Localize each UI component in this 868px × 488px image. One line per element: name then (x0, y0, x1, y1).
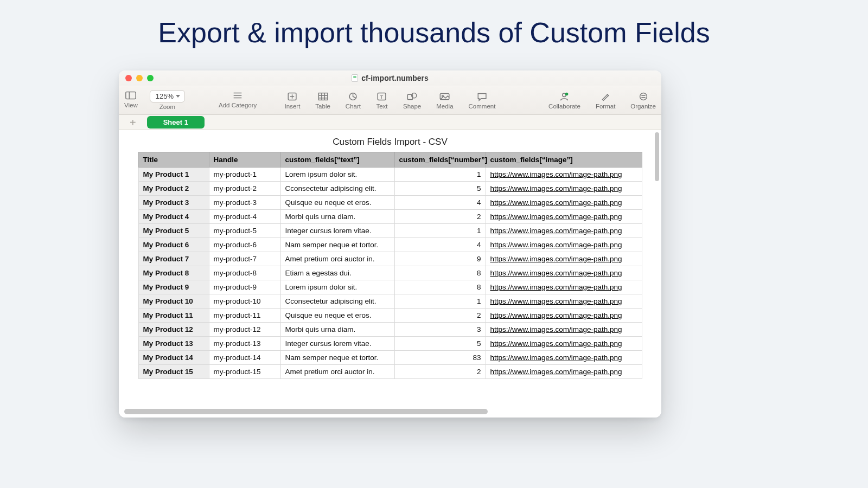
add-sheet-button[interactable]: + (125, 117, 141, 128)
cell-text[interactable]: Morbi quis urna diam. (280, 323, 394, 337)
cell-text[interactable]: Quisque eu neque et eros. (280, 196, 394, 210)
cell-handle[interactable]: my-product-5 (209, 224, 280, 238)
cell-title[interactable]: My Product 10 (138, 294, 209, 309)
cell-handle[interactable]: my-product-9 (209, 280, 280, 294)
image-link[interactable]: https://www.images.com/image-path.png (490, 325, 622, 333)
organize-button[interactable]: Organize (630, 91, 656, 110)
table-row[interactable]: My Product 11my-product-11Quisque eu neq… (138, 309, 642, 323)
cell-title[interactable]: My Product 2 (138, 182, 209, 196)
cell-title[interactable]: My Product 8 (138, 266, 209, 280)
data-table[interactable]: Title Handle custom_fields[“text”] custo… (138, 152, 642, 379)
add-category-button[interactable]: Add Category (219, 90, 257, 108)
cell-number[interactable]: 83 (394, 351, 486, 365)
cell-number[interactable]: 8 (394, 266, 486, 280)
col-header-number[interactable]: custom_fields[“number”] (394, 152, 486, 168)
table-row[interactable]: My Product 7my-product-7Amet pretium orc… (138, 252, 642, 266)
table-row[interactable]: My Product 6my-product-6Nam semper neque… (138, 238, 642, 252)
cell-number[interactable]: 9 (394, 252, 486, 266)
cell-image-link[interactable]: https://www.images.com/image-path.png (486, 224, 642, 238)
table-row[interactable]: My Product 8my-product-8Etiam a egestas … (138, 266, 642, 280)
horizontal-scrollbar[interactable] (124, 409, 653, 414)
image-link[interactable]: https://www.images.com/image-path.png (490, 255, 622, 263)
image-link[interactable]: https://www.images.com/image-path.png (490, 339, 622, 348)
table-row[interactable]: My Product 15my-product-15Amet pretium o… (138, 365, 642, 379)
shape-button[interactable]: Shape (403, 91, 421, 110)
cell-image-link[interactable]: https://www.images.com/image-path.png (486, 365, 642, 379)
cell-text[interactable]: Integer cursus lorem vitae. (280, 337, 394, 351)
vertical-scroll-thumb[interactable] (655, 132, 659, 181)
cell-title[interactable]: My Product 15 (138, 365, 209, 379)
cell-number[interactable]: 2 (394, 365, 486, 379)
cell-number[interactable]: 1 (394, 168, 486, 182)
cell-image-link[interactable]: https://www.images.com/image-path.png (486, 351, 642, 365)
cell-text[interactable]: Nam semper neque et tortor. (280, 238, 394, 252)
cell-handle[interactable]: my-product-7 (209, 252, 280, 266)
cell-handle[interactable]: my-product-4 (209, 210, 280, 224)
image-link[interactable]: https://www.images.com/image-path.png (490, 283, 622, 291)
table-row[interactable]: My Product 5my-product-5Integer cursus l… (138, 224, 642, 238)
cell-number[interactable]: 4 (394, 238, 486, 252)
table-row[interactable]: My Product 2my-product-2Cconsectetur adi… (138, 182, 642, 196)
cell-image-link[interactable]: https://www.images.com/image-path.png (486, 238, 642, 252)
cell-title[interactable]: My Product 14 (138, 351, 209, 365)
table-row[interactable]: My Product 10my-product-10Cconsectetur a… (138, 294, 642, 309)
cell-handle[interactable]: my-product-14 (209, 351, 280, 365)
cell-text[interactable]: Amet pretium orci auctor in. (280, 252, 394, 266)
cell-handle[interactable]: my-product-10 (209, 294, 280, 309)
chart-button[interactable]: Chart (346, 91, 361, 110)
image-link[interactable]: https://www.images.com/image-path.png (490, 297, 622, 305)
cell-image-link[interactable]: https://www.images.com/image-path.png (486, 252, 642, 266)
image-link[interactable]: https://www.images.com/image-path.png (490, 354, 622, 362)
table-row[interactable]: My Product 12my-product-12Morbi quis urn… (138, 323, 642, 337)
table-row[interactable]: My Product 9my-product-9Lorem ipsum dolo… (138, 280, 642, 294)
cell-text[interactable]: Integer cursus lorem vitae. (280, 224, 394, 238)
col-header-image[interactable]: custom_fields[“image”] (486, 152, 642, 168)
cell-number[interactable]: 4 (394, 196, 486, 210)
cell-text[interactable]: Etiam a egestas dui. (280, 266, 394, 280)
cell-number[interactable]: 5 (394, 337, 486, 351)
cell-title[interactable]: My Product 5 (138, 224, 209, 238)
sheet-tab[interactable]: Sheet 1 (147, 116, 205, 129)
insert-button[interactable]: Insert (285, 91, 301, 110)
image-link[interactable]: https://www.images.com/image-path.png (490, 170, 622, 178)
vertical-scrollbar[interactable] (655, 132, 659, 401)
image-link[interactable]: https://www.images.com/image-path.png (490, 311, 622, 319)
format-button[interactable]: Format (596, 91, 615, 110)
table-row[interactable]: My Product 3my-product-3Quisque eu neque… (138, 196, 642, 210)
cell-image-link[interactable]: https://www.images.com/image-path.png (486, 309, 642, 323)
image-link[interactable]: https://www.images.com/image-path.png (490, 198, 622, 207)
cell-text[interactable]: Lorem ipsum dolor sit. (280, 168, 394, 182)
cell-title[interactable]: My Product 7 (138, 252, 209, 266)
cell-text[interactable]: Morbi quis urna diam. (280, 210, 394, 224)
col-header-text[interactable]: custom_fields[“text”] (280, 152, 394, 168)
col-header-title[interactable]: Title (138, 152, 209, 168)
cell-title[interactable]: My Product 4 (138, 210, 209, 224)
cell-title[interactable]: My Product 3 (138, 196, 209, 210)
table-row[interactable]: My Product 14my-product-14Nam semper neq… (138, 351, 642, 365)
image-link[interactable]: https://www.images.com/image-path.png (490, 184, 622, 192)
cell-number[interactable]: 2 (394, 309, 486, 323)
media-button[interactable]: Media (436, 91, 453, 110)
cell-handle[interactable]: my-product-12 (209, 323, 280, 337)
cell-handle[interactable]: my-product-2 (209, 182, 280, 196)
cell-image-link[interactable]: https://www.images.com/image-path.png (486, 168, 642, 182)
cell-handle[interactable]: my-product-11 (209, 309, 280, 323)
cell-image-link[interactable]: https://www.images.com/image-path.png (486, 337, 642, 351)
image-link[interactable]: https://www.images.com/image-path.png (490, 368, 622, 376)
cell-text[interactable]: Quisque eu neque et eros. (280, 309, 394, 323)
cell-title[interactable]: My Product 11 (138, 309, 209, 323)
image-link[interactable]: https://www.images.com/image-path.png (490, 227, 622, 235)
image-link[interactable]: https://www.images.com/image-path.png (490, 241, 622, 249)
col-header-handle[interactable]: Handle (209, 152, 280, 168)
cell-title[interactable]: My Product 12 (138, 323, 209, 337)
table-row[interactable]: My Product 13my-product-13Integer cursus… (138, 337, 642, 351)
comment-button[interactable]: Comment (469, 91, 496, 110)
view-button[interactable]: View (124, 90, 138, 108)
horizontal-scroll-thumb[interactable] (124, 409, 488, 414)
cell-image-link[interactable]: https://www.images.com/image-path.png (486, 182, 642, 196)
cell-title[interactable]: My Product 1 (138, 168, 209, 182)
cell-title[interactable]: My Product 9 (138, 280, 209, 294)
cell-image-link[interactable]: https://www.images.com/image-path.png (486, 280, 642, 294)
cell-image-link[interactable]: https://www.images.com/image-path.png (486, 210, 642, 224)
table-row[interactable]: My Product 1my-product-1Lorem ipsum dolo… (138, 168, 642, 182)
